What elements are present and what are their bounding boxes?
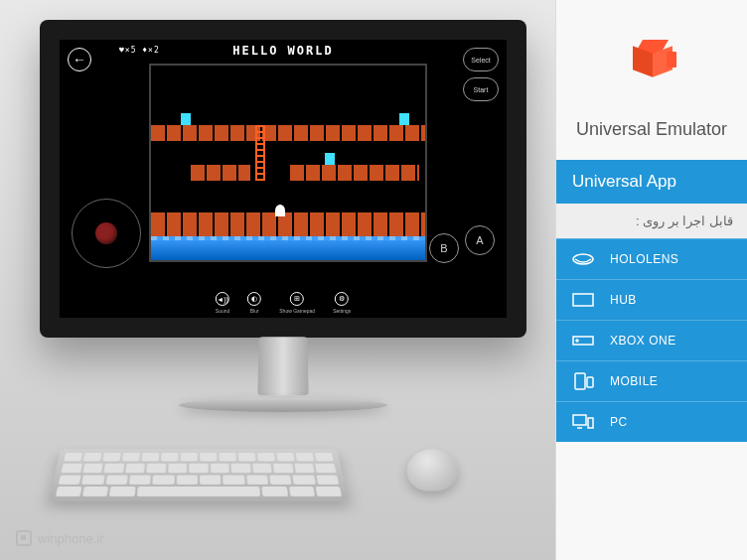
info-sidebar: Universal Emulator Universal App قابل اج… xyxy=(556,0,747,560)
main-stage: ← ♥×5 ♦×2 HELLO WORLD Select Start xyxy=(0,0,556,560)
sound-toggle[interactable]: ◄)) Sound xyxy=(216,292,229,314)
platform-xbox: XBOX ONE xyxy=(556,320,747,360)
platform-label: PC xyxy=(610,415,628,429)
game-viewport xyxy=(149,64,427,262)
platform-mobile: MOBILE xyxy=(556,360,747,401)
monitor-stand-neck xyxy=(257,337,308,395)
start-button[interactable]: Start xyxy=(463,77,499,101)
app-icon xyxy=(622,40,681,99)
hub-icon xyxy=(570,290,596,310)
platform-label: HOLOLENS xyxy=(610,252,678,266)
pc-icon xyxy=(570,412,596,432)
gamepad-toggle[interactable]: ⊞ Show Gamepad xyxy=(279,292,315,314)
platform-pc: PC xyxy=(556,401,747,442)
platform-hub: HUB xyxy=(556,279,747,320)
universal-app-badge: Universal App xyxy=(556,160,747,204)
compatibility-label: قابل اجرا بر روی : xyxy=(556,204,747,238)
game-hud: ♥×5 ♦×2 xyxy=(119,46,160,55)
svg-rect-5 xyxy=(587,377,593,387)
winphone-icon xyxy=(16,530,32,546)
monitor-stand-base xyxy=(179,398,387,412)
watermark: winphone.ir xyxy=(16,530,104,546)
xbox-icon xyxy=(570,331,596,350)
platform-list: HOLOLENS HUB XBOX ONE MOBILE PC xyxy=(556,238,747,442)
emulator-screen: ← ♥×5 ♦×2 HELLO WORLD Select Start xyxy=(60,40,507,318)
blur-icon: ◐ xyxy=(247,292,261,306)
svg-rect-8 xyxy=(588,418,593,428)
gear-icon: ⚙ xyxy=(335,292,349,306)
mobile-icon xyxy=(570,371,596,391)
blur-toggle[interactable]: ◐ Blur xyxy=(247,292,261,314)
svg-rect-6 xyxy=(573,415,586,425)
sound-icon: ◄)) xyxy=(216,292,229,306)
select-button[interactable]: Select xyxy=(463,48,499,71)
hololens-icon xyxy=(570,249,596,269)
platform-hololens: HOLOLENS xyxy=(556,238,747,279)
game-title: HELLO WORLD xyxy=(232,44,333,58)
watermark-text: winphone.ir xyxy=(38,531,104,546)
app-title: Universal Emulator xyxy=(556,119,747,160)
mouse-device xyxy=(406,449,458,490)
settings-button[interactable]: ⚙ Settings xyxy=(333,292,351,314)
b-button[interactable]: B xyxy=(429,233,459,263)
dpad-stick[interactable] xyxy=(95,222,117,244)
back-button[interactable]: ← xyxy=(68,48,91,71)
gamepad-icon: ⊞ xyxy=(290,292,304,306)
keyboard-device xyxy=(48,449,349,501)
platform-label: MOBILE xyxy=(610,374,658,388)
emulator-toolbar: ◄)) Sound ◐ Blur ⊞ Show Gamepad ⚙ Settin… xyxy=(216,292,351,314)
svg-rect-1 xyxy=(573,294,593,306)
a-button[interactable]: A xyxy=(465,225,495,255)
monitor-device: ← ♥×5 ♦×2 HELLO WORLD Select Start xyxy=(40,20,526,338)
dpad-control[interactable] xyxy=(72,199,141,268)
platform-label: HUB xyxy=(610,293,637,307)
platform-label: XBOX ONE xyxy=(610,334,676,348)
svg-point-3 xyxy=(576,340,578,342)
svg-rect-4 xyxy=(575,373,585,389)
